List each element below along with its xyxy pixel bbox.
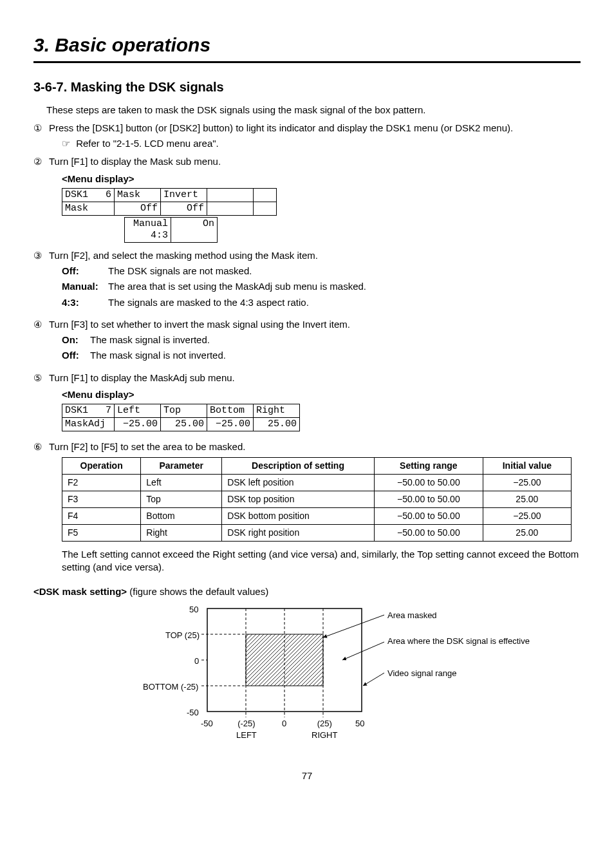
figure-heading-bold: <DSK mask setting> <box>33 586 127 597</box>
def-term: 4:3: <box>62 296 108 309</box>
pointer-icon: ☞ <box>62 137 73 150</box>
table-row: F5RightDSK right position−50.00 to 50.00… <box>62 524 572 541</box>
svg-line-10 <box>363 673 384 686</box>
chapter-title: 3. Basic operations <box>33 32 581 59</box>
x-tick-50: 50 <box>355 718 364 730</box>
cell-init: −25.00 <box>483 507 571 524</box>
cell-init: 25.00 <box>483 491 571 508</box>
x-tick-0: 0 <box>282 718 286 730</box>
step-1-ref: ☞ Refer to "2-1-5. LCD menu area". <box>62 137 581 150</box>
mask-off-def: Off: The DSK signals are not masked. <box>62 265 581 278</box>
def-desc: The DSK signals are not masked. <box>108 265 581 278</box>
def-desc: The signals are masked to the 4:3 aspect… <box>108 296 581 309</box>
lcd-cell: Top <box>161 404 207 418</box>
lcd-cell: Mask <box>62 202 115 215</box>
th-initial: Initial value <box>483 458 571 475</box>
step-text: Turn [F1] to display the Mask sub menu. <box>49 155 581 168</box>
ref-text: Refer to "2-1-5. LCD menu area". <box>76 138 219 149</box>
step-text: Turn [F3] to set whether to invert the m… <box>49 318 581 331</box>
cell-desc: DSK right position <box>222 524 375 541</box>
x-tick-left: (-25)LEFT <box>236 718 257 741</box>
menu-display-label: <Menu display> <box>62 173 581 185</box>
mask-43-def: 4:3: The signals are masked to the 4:3 a… <box>62 296 581 309</box>
lcd-cell <box>254 202 277 215</box>
y-tick-n50: -50 <box>187 707 199 719</box>
cell-desc: DSK top position <box>222 491 375 508</box>
def-term: On: <box>62 334 90 346</box>
lcd-cell: On <box>171 217 218 242</box>
step-number: ③ <box>33 249 49 262</box>
step-text: Turn [F2] to [F5] to set the area to be … <box>49 440 581 453</box>
step-2: ② Turn [F1] to display the Mask sub menu… <box>33 155 581 168</box>
cell-range: −50.00 to 50.00 <box>374 491 483 508</box>
invert-on-def: On: The mask signal is inverted. <box>62 334 581 346</box>
lcd-cell <box>254 188 277 202</box>
cell-op: F3 <box>62 491 141 508</box>
cell-param: Top <box>141 491 222 508</box>
dsk-mask-diagram: 50 TOP (25) 0 BOTTOM (-25) -50 -50 (-25)… <box>130 602 529 750</box>
cell-op: F5 <box>62 524 141 541</box>
page-number: 77 <box>33 769 581 782</box>
def-term: Off: <box>62 265 108 278</box>
lcd-menu-1: DSK1 6 Mask Invert Mask Off Off Manual 4… <box>62 188 581 243</box>
lcd-cell: 25.00 <box>161 418 207 431</box>
th-description: Description of setting <box>222 458 375 475</box>
step-number: ⑤ <box>33 372 49 384</box>
cell-desc: DSK bottom position <box>222 507 375 524</box>
lcd-cell: −25.00 <box>207 418 254 431</box>
x-tick-right: (25)RIGHT <box>312 718 337 741</box>
lcd-cell: Off <box>161 202 207 215</box>
def-desc: The mask signal is inverted. <box>90 334 581 346</box>
th-range: Setting range <box>374 458 483 475</box>
lcd-cell <box>207 202 254 215</box>
cell-init: −25.00 <box>483 475 571 491</box>
step-number: ④ <box>33 318 49 331</box>
section-title: 3-6-7. Masking the DSK signals <box>33 79 581 96</box>
lcd-menu-2: DSK1 7 Left Top Bottom Right MaskAdj −25… <box>62 404 581 431</box>
table-row: F4BottomDSK bottom position−50.00 to 50.… <box>62 507 572 524</box>
lcd-cell: Manual 4:3 <box>125 217 171 242</box>
cell-param: Bottom <box>141 507 222 524</box>
lcd-cell: Invert <box>161 188 207 202</box>
lcd-cell: Bottom <box>207 404 254 418</box>
step-text: Turn [F1] to display the MaskAdj sub men… <box>49 372 581 384</box>
y-tick-bottom: BOTTOM (-25) <box>143 681 198 693</box>
legend-effective: Area where the DSK signal is effective <box>387 636 516 647</box>
cell-range: −50.00 to 50.00 <box>374 507 483 524</box>
lcd-cell: Mask <box>115 188 161 202</box>
step-text: Turn [F2], and select the masking method… <box>49 249 581 262</box>
y-tick-0: 0 <box>194 656 199 667</box>
figure-heading: <DSK mask setting> (figure shows the def… <box>33 585 581 598</box>
cell-param: Right <box>141 524 222 541</box>
cell-desc: DSK left position <box>222 475 375 491</box>
step-5: ⑤ Turn [F1] to display the MaskAdj sub m… <box>33 372 581 384</box>
th-operation: Operation <box>62 458 141 475</box>
invert-off-def: Off: The mask signal is not inverted. <box>62 349 581 362</box>
table-row: F2LeftDSK left position−50.00 to 50.00−2… <box>62 475 572 491</box>
figure-heading-rest: (figure shows the default values) <box>127 586 268 597</box>
cell-op: F4 <box>62 507 141 524</box>
parameter-table: Operation Parameter Description of setti… <box>62 457 572 541</box>
def-term: Manual: <box>62 280 108 293</box>
legend-video-range: Video signal range <box>387 668 456 679</box>
svg-line-9 <box>342 642 384 660</box>
cell-op: F2 <box>62 475 141 491</box>
intro-text: These steps are taken to mask the DSK si… <box>46 104 581 117</box>
step-number: ① <box>33 122 49 135</box>
cell-range: −50.00 to 50.00 <box>374 524 483 541</box>
lcd-cell: Left <box>115 404 161 418</box>
divider <box>33 61 581 63</box>
step-6: ⑥ Turn [F2] to [F5] to set the area to b… <box>33 440 581 453</box>
th-parameter: Parameter <box>141 458 222 475</box>
lcd-cell: 25.00 <box>254 418 300 431</box>
lcd-cell <box>207 188 254 202</box>
lcd-cell: DSK1 7 <box>62 404 115 418</box>
mask-manual-def: Manual: The area that is set using the M… <box>62 280 581 293</box>
constraint-note: The Left setting cannot exceed the Right… <box>62 548 581 574</box>
lcd-cell: DSK1 6 <box>62 188 115 202</box>
step-3: ③ Turn [F2], and select the masking meth… <box>33 249 581 262</box>
lcd-cell: −25.00 <box>115 418 161 431</box>
cell-param: Left <box>141 475 222 491</box>
lcd-cell: Off <box>115 202 161 215</box>
y-tick-50: 50 <box>189 604 198 616</box>
